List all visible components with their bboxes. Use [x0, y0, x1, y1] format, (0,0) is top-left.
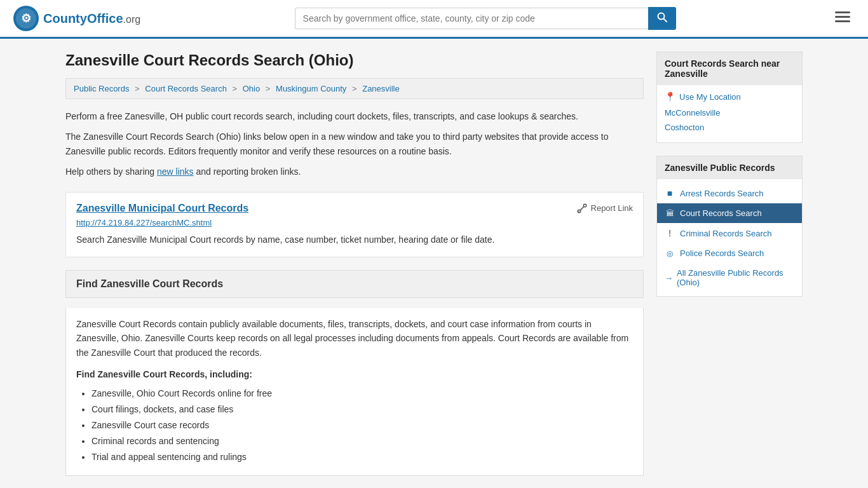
sidebar-item-criminal-records[interactable]: ! Criminal Records Search [657, 223, 802, 243]
breadcrumb-item-muskingum[interactable]: Muskingum County [276, 84, 346, 93]
svg-line-10 [580, 207, 583, 210]
sidebar-item-arrest-label: Arrest Records Search [680, 189, 764, 198]
new-links-link[interactable]: new links [157, 166, 194, 177]
find-body-text: Zanesville Court Records contain publicl… [76, 317, 633, 360]
header: ⚙ CountyOffice.org [0, 0, 868, 39]
record-url[interactable]: http://74.219.84.227/searchMC.shtml [76, 218, 633, 227]
find-list-item-2: Zanesville Court case records [92, 419, 633, 432]
search-area [295, 7, 676, 30]
find-list-item-4: Trial and appeal sentencing and rulings [92, 451, 633, 464]
breadcrumb-sep-2: > [233, 84, 238, 93]
arrest-records-icon: ■ [665, 188, 675, 198]
use-location-label: Use My Location [679, 92, 741, 102]
record-entry: Zanesville Municipal Court Records Repor… [65, 192, 644, 257]
logo-icon: ⚙ [13, 5, 39, 32]
breadcrumb-item-zanesville[interactable]: Zanesville [362, 84, 400, 93]
find-section-body: Zanesville Court Records contain publicl… [65, 308, 644, 476]
search-icon [657, 12, 667, 22]
nearby-link-coshocton[interactable]: Coshocton [665, 121, 794, 133]
sidebar-near: Court Records Search near Zanesville 📍 U… [656, 51, 803, 143]
find-sub-title: Find Zanesville Court Records, including… [76, 367, 633, 381]
sidebar-item-court-label: Court Records Search [680, 208, 762, 218]
logo-text: CountyOffice.org [43, 11, 140, 26]
location-pin-icon: 📍 [665, 92, 675, 102]
record-title: Zanesville Municipal Court Records [76, 203, 248, 214]
hamburger-icon [835, 11, 850, 23]
report-link-button[interactable]: Report Link [576, 203, 633, 214]
breadcrumb-item-public-records[interactable]: Public Records [74, 84, 129, 93]
search-input[interactable] [295, 8, 648, 29]
content-area: Zanesville Court Records Search (Ohio) P… [65, 51, 644, 476]
svg-point-9 [583, 204, 587, 207]
breadcrumb-sep-3: > [266, 84, 271, 93]
sidebar-item-court-records[interactable]: 🏛 Court Records Search [657, 203, 802, 223]
sidebar-item-police-label: Police Records Search [680, 248, 764, 258]
arrow-icon: → [665, 273, 673, 283]
breadcrumb-item-court-records[interactable]: Court Records Search [145, 84, 227, 93]
record-description: Search Zanesville Municipal Court record… [76, 233, 633, 247]
intro-paragraph-1: Perform a free Zanesville, OH public cou… [65, 109, 644, 123]
all-public-records-link[interactable]: → All Zanesville Public Records (Ohio) [657, 263, 802, 292]
find-list-item-3: Criminal records and sentencing [92, 435, 633, 448]
breadcrumb-item-ohio[interactable]: Ohio [243, 84, 260, 93]
police-records-icon: ◎ [665, 249, 675, 258]
use-location-link[interactable]: 📍 Use My Location [665, 92, 794, 102]
breadcrumb: Public Records > Court Records Search > … [65, 78, 644, 99]
breadcrumb-sep-1: > [135, 84, 140, 93]
search-button[interactable] [648, 7, 676, 30]
sidebar-item-arrest-records[interactable]: ■ Arrest Records Search [657, 183, 802, 203]
find-section: Find Zanesville Court Records Zanesville… [65, 270, 644, 476]
sidebar: Court Records Search near Zanesville 📍 U… [656, 51, 803, 476]
criminal-records-icon: ! [665, 228, 675, 238]
sidebar-near-header: Court Records Search near Zanesville [657, 52, 802, 85]
find-section-title: Find Zanesville Court Records [76, 278, 223, 289]
breadcrumb-sep-4: > [352, 84, 357, 93]
hamburger-menu-button[interactable] [830, 8, 855, 29]
intro-paragraph-2: The Zanesville Court Records Search (Ohi… [65, 130, 644, 158]
record-title-link[interactable]: Zanesville Municipal Court Records [76, 203, 248, 214]
main-container: Zanesville Court Records Search (Ohio) P… [53, 39, 815, 488]
wrench-icon [576, 203, 588, 214]
help-text: Help others by sharing new links and rep… [65, 165, 644, 179]
svg-text:⚙: ⚙ [21, 12, 31, 25]
sidebar-public: Zanesville Public Records ■ Arrest Recor… [656, 156, 803, 297]
svg-rect-6 [835, 16, 850, 18]
find-list-item-1: Court filings, dockets, and case files [92, 403, 633, 416]
svg-rect-7 [835, 20, 850, 22]
page-title: Zanesville Court Records Search (Ohio) [65, 51, 644, 69]
find-list: Zanesville, Ohio Court Records online fo… [76, 387, 633, 464]
svg-rect-5 [835, 11, 850, 13]
logo-area: ⚙ CountyOffice.org [13, 5, 140, 32]
sidebar-near-content: 📍 Use My Location McConnelsville Coshoct… [657, 85, 802, 142]
sidebar-public-header: Zanesville Public Records [657, 156, 802, 179]
sidebar-item-criminal-label: Criminal Records Search [680, 229, 772, 238]
find-list-item-0: Zanesville, Ohio Court Records online fo… [92, 387, 633, 400]
nearby-link-mcconnelsville[interactable]: McConnelsville [665, 107, 794, 119]
sidebar-public-content: ■ Arrest Records Search 🏛 Court Records … [657, 179, 802, 296]
svg-line-4 [663, 19, 667, 22]
sidebar-item-police-records[interactable]: ◎ Police Records Search [657, 243, 802, 263]
court-records-icon: 🏛 [665, 208, 675, 218]
find-section-header: Find Zanesville Court Records [65, 270, 644, 298]
record-header: Zanesville Municipal Court Records Repor… [76, 203, 633, 214]
all-public-records-label: All Zanesville Public Records (Ohio) [677, 268, 794, 287]
report-link-label: Report Link [591, 203, 633, 213]
